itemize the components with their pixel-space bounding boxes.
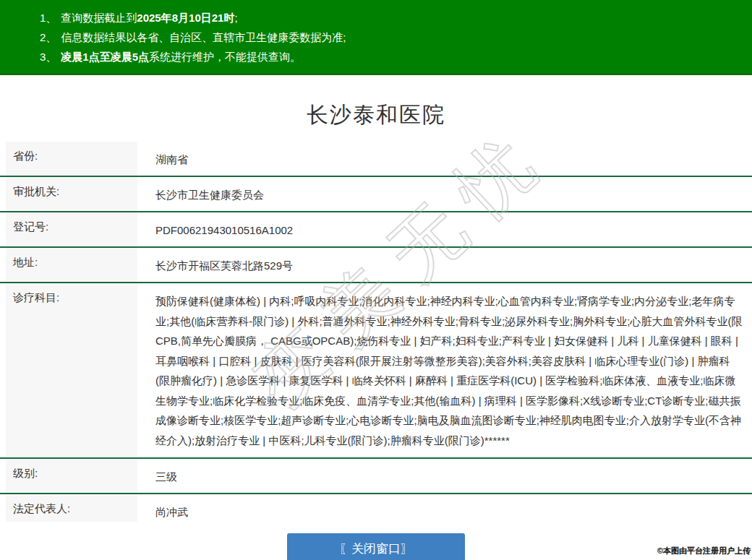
table-row: 登记号: PDF00621943010516A1002	[0, 212, 752, 248]
row-value: 湖南省	[137, 142, 752, 176]
notice-number: 1、	[40, 12, 56, 24]
close-window-button[interactable]: 〖关闭窗口〗	[287, 533, 465, 560]
table-row: 审批机关: 长沙市卫生健康委员会	[0, 177, 752, 212]
notice-segment: 系统进行维护，不能提供查询。	[149, 51, 301, 63]
notice-line: 2、信息数据结果以各省、自治区、直辖市卫生健康委数据为准;	[40, 27, 738, 47]
table-row: 省份: 湖南省	[0, 142, 752, 177]
hospital-query-page: 1、查询数据截止到2025年8月10日21时; 2、信息数据结果以各省、自治区、…	[0, 0, 752, 560]
row-label: 级别:	[6, 459, 137, 493]
row-value: 长沙市卫生健康委员会	[137, 177, 752, 211]
notice-segment: ;	[234, 12, 237, 24]
row-label: 审批机关:	[6, 177, 137, 211]
notice-number: 2、	[40, 31, 56, 43]
row-label: 登记号:	[6, 212, 137, 246]
footer-bar: 〖关闭窗口〗 ©本图由平台注册用户上传	[0, 522, 752, 560]
notice-segment: 查询数据截止到	[61, 12, 137, 24]
row-value: PDF00621943010516A1002	[137, 212, 752, 246]
row-label: 地址:	[6, 248, 137, 282]
image-copyright-stamp: ©本图由平台注册用户上传	[657, 546, 751, 556]
notice-segment: 凌晨1点至凌晨5点	[61, 51, 149, 63]
table-row: 地址: 长沙市开福区芙蓉北路529号	[0, 248, 752, 283]
notice-text: 信息数据结果以各省、自治区、直辖市卫生健康委数据为准;	[61, 31, 346, 43]
row-value: 长沙市开福区芙蓉北路529号	[137, 248, 752, 282]
row-value: 三级	[137, 459, 752, 493]
notice-banner: 1、查询数据截止到2025年8月10日21时; 2、信息数据结果以各省、自治区、…	[0, 0, 752, 75]
table-row: 诊疗科目: 预防保健科(健康体检) | 内科;呼吸内科专业;消化内科专业;神经内…	[0, 283, 752, 459]
details-table: 省份: 湖南省 审批机关: 长沙市卫生健康委员会 登记号: PDF0062194…	[0, 142, 752, 530]
notice-number: 3、	[40, 51, 56, 63]
hospital-name-title: 长沙泰和医院	[0, 75, 752, 142]
row-label: 诊疗科目:	[6, 283, 137, 457]
notice-line: 3、凌晨1点至凌晨5点系统进行维护，不能提供查询。	[40, 47, 738, 66]
row-value: 预防保健科(健康体检) | 内科;呼吸内科专业;消化内科专业;神经内科专业;心血…	[137, 283, 752, 457]
row-label: 省份:	[6, 142, 137, 176]
table-row: 级别: 三级	[0, 459, 752, 494]
notice-line: 1、查询数据截止到2025年8月10日21时;	[40, 8, 738, 27]
notice-text: 凌晨1点至凌晨5点系统进行维护，不能提供查询。	[61, 51, 301, 63]
notice-segment: 信息数据结果以各省、自治区、直辖市卫生健康委数据为准;	[61, 31, 346, 43]
notice-segment: 2025年8月10日21时	[137, 12, 234, 24]
notice-text: 查询数据截止到2025年8月10日21时;	[61, 12, 237, 24]
